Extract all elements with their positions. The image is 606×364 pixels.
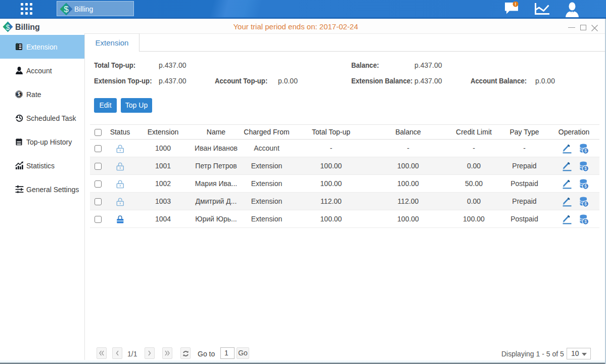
- svg-text:$: $: [584, 148, 587, 153]
- svg-text:$: $: [584, 201, 587, 206]
- svg-text:$: $: [584, 166, 587, 171]
- svg-text:$: $: [6, 23, 10, 31]
- svg-text:$: $: [584, 219, 587, 224]
- svg-text:$: $: [64, 5, 69, 14]
- svg-text:$: $: [584, 184, 587, 189]
- svg-text:!: !: [515, 2, 517, 7]
- svg-text:$: $: [18, 91, 21, 97]
